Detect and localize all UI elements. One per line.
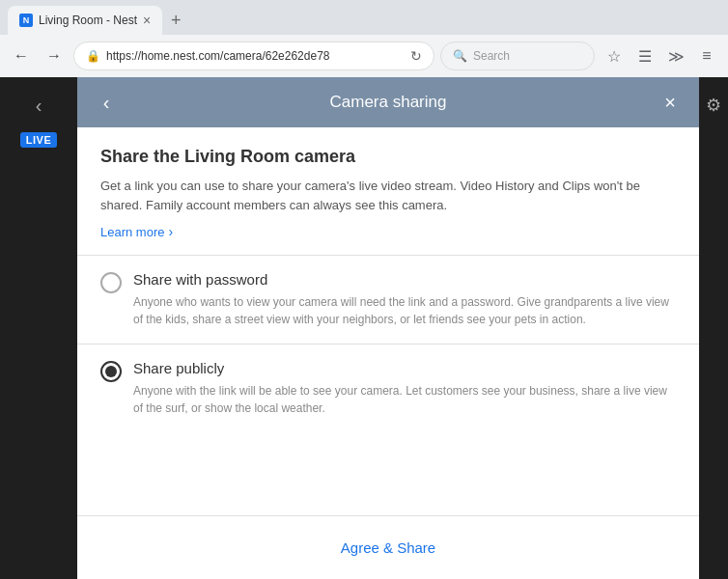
intro-section: Share the Living Room camera Get a link … bbox=[77, 127, 699, 256]
learn-more-chevron-icon: › bbox=[168, 224, 173, 239]
modal-overlay: ‹ Camera sharing × Share the Living Room… bbox=[77, 77, 699, 579]
more-button[interactable]: ≫ bbox=[662, 42, 689, 69]
page-content: ‹ LIVE ⚙ ‹ Camera sharing × Share the Li… bbox=[0, 77, 728, 579]
toolbar-icons: ☆ ☰ ≫ ≡ bbox=[601, 42, 720, 69]
password-radio[interactable] bbox=[100, 272, 122, 293]
new-tab-button[interactable]: + bbox=[162, 7, 189, 34]
public-radio[interactable] bbox=[100, 361, 122, 382]
reload-button[interactable]: ↻ bbox=[410, 48, 422, 64]
password-option-description: Anyone who wants to view your camera wil… bbox=[133, 293, 676, 328]
live-badge: LIVE bbox=[20, 132, 57, 148]
option-password-section: Share with password Anyone who wants to … bbox=[77, 256, 699, 345]
option-public-section: Share publicly Anyone with the link will… bbox=[77, 345, 699, 432]
nav-bar: ← → 🔒 https://home.nest.com/camera/62e26… bbox=[0, 35, 728, 77]
tab-title: Living Room - Nest bbox=[39, 14, 137, 27]
modal-close-button[interactable]: × bbox=[655, 87, 686, 118]
reader-button[interactable]: ☰ bbox=[631, 42, 658, 69]
address-text: https://home.nest.com/camera/62e262de78 bbox=[106, 49, 405, 63]
public-option-description: Anyone with the link will be able to see… bbox=[133, 382, 676, 417]
modal-footer: Agree & Share bbox=[77, 515, 699, 579]
right-panel: ⚙ bbox=[699, 77, 728, 579]
page-back-button[interactable]: ‹ bbox=[28, 87, 50, 124]
public-option-label: Share publicly bbox=[133, 360, 676, 376]
search-bar[interactable]: 🔍 Search bbox=[440, 41, 595, 70]
lock-icon: 🔒 bbox=[86, 49, 100, 63]
learn-more-link[interactable]: Learn more › bbox=[100, 224, 676, 239]
left-panel: ‹ LIVE bbox=[0, 77, 77, 579]
password-option-content: Share with password Anyone who wants to … bbox=[133, 271, 676, 328]
camera-sharing-modal: ‹ Camera sharing × Share the Living Room… bbox=[77, 77, 699, 579]
search-icon: 🔍 bbox=[453, 49, 467, 63]
learn-more-text: Learn more bbox=[100, 225, 164, 239]
address-bar[interactable]: 🔒 https://home.nest.com/camera/62e262de7… bbox=[73, 41, 434, 70]
public-option-content: Share publicly Anyone with the link will… bbox=[133, 360, 676, 417]
tab-bar: N Living Room - Nest × + bbox=[0, 0, 728, 35]
public-radio-inner bbox=[105, 366, 117, 377]
option-password-row: Share with password Anyone who wants to … bbox=[100, 271, 676, 328]
modal-body: Share the Living Room camera Get a link … bbox=[77, 127, 699, 515]
settings-button[interactable]: ⚙ bbox=[698, 87, 728, 124]
password-option-label: Share with password bbox=[133, 271, 676, 288]
back-button[interactable]: ← bbox=[8, 42, 35, 69]
menu-button[interactable]: ≡ bbox=[693, 42, 720, 69]
browser-chrome: N Living Room - Nest × + ← → 🔒 https://h… bbox=[0, 0, 728, 77]
active-tab[interactable]: N Living Room - Nest × bbox=[8, 6, 162, 35]
tab-favicon: N bbox=[19, 14, 33, 27]
intro-title: Share the Living Room camera bbox=[100, 147, 676, 167]
tab-close-button[interactable]: × bbox=[143, 13, 151, 28]
intro-description: Get a link you can use to share your cam… bbox=[100, 177, 676, 214]
forward-button[interactable]: → bbox=[41, 42, 68, 69]
agree-share-button[interactable]: Agree & Share bbox=[325, 532, 451, 564]
search-placeholder: Search bbox=[473, 49, 510, 63]
modal-title: Camera sharing bbox=[330, 93, 447, 112]
option-public-row: Share publicly Anyone with the link will… bbox=[100, 360, 676, 417]
modal-header: ‹ Camera sharing × bbox=[77, 77, 699, 127]
public-radio-outer[interactable] bbox=[100, 361, 122, 382]
modal-back-button[interactable]: ‹ bbox=[91, 87, 122, 118]
bookmark-button[interactable]: ☆ bbox=[601, 42, 628, 69]
password-radio-outer[interactable] bbox=[100, 272, 122, 293]
